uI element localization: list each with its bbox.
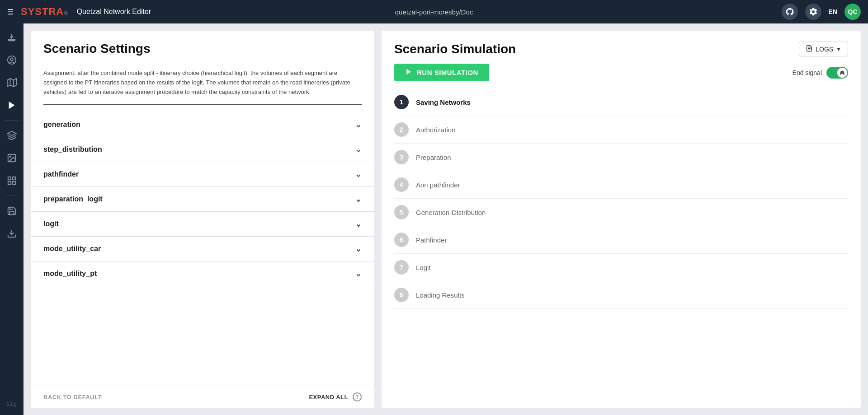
step-item-4: 4 Aon pathfinder (394, 171, 848, 199)
back-to-default-button[interactable]: BACK TO DEFAULT (43, 394, 102, 401)
scenario-simulation-panel: Scenario Simulation LOGS ▼ RUN SIMULATIO… (382, 31, 861, 408)
svg-marker-2 (7, 79, 16, 87)
sidebar-item-layers[interactable] (2, 126, 21, 145)
step-item-1: 1 Saving Networks (394, 89, 848, 116)
accordion-mode-utility-pt[interactable]: mode_utility_pt ⌄ (31, 261, 374, 286)
github-icon[interactable] (782, 4, 798, 20)
step-item-3: 3 Preparation (394, 144, 848, 171)
end-signal-control: End signal (793, 67, 848, 79)
accordion-label-step-distribution: step_distribution (43, 145, 102, 154)
sim-controls: RUN SIMULATION End signal (382, 64, 861, 89)
chevron-generation-icon: ⌄ (355, 120, 362, 130)
simulation-header: Scenario Simulation LOGS ▼ (382, 31, 861, 64)
run-simulation-button[interactable]: RUN SIMULATION (394, 64, 489, 81)
lang-selector[interactable]: EN (829, 8, 837, 15)
step-num-1: 1 (394, 95, 409, 109)
svg-marker-5 (9, 102, 14, 109)
sidebar-divider-2 (5, 196, 19, 196)
logs-document-icon (806, 45, 813, 53)
sidebar-divider-1 (5, 120, 19, 121)
step-num-8: 8 (394, 288, 409, 302)
accordion-generation[interactable]: generation ⌄ (31, 112, 374, 137)
main-layout: 6.1.g Scenario Settings Assignment: afte… (0, 23, 868, 415)
step-label-3: Preparation (416, 154, 451, 161)
chevron-preparation-logit-icon: ⌄ (355, 194, 362, 204)
accordion-logit[interactable]: logit ⌄ (31, 212, 374, 237)
step-num-4: 4 (394, 177, 409, 192)
chevron-pathfinder-icon: ⌄ (355, 169, 362, 179)
step-num-5: 5 (394, 205, 409, 219)
step-item-6: 6 Pathfinder (394, 226, 848, 254)
run-label: RUN SIMULATION (417, 69, 478, 76)
step-label-6: Pathfinder (416, 236, 447, 244)
svg-rect-10 (12, 177, 15, 180)
sidebar-item-edit[interactable] (2, 51, 21, 70)
step-label-5: Generation-Distribution (416, 209, 486, 216)
steps-list: 1 Saving Networks 2 Authorization 3 Prep… (382, 89, 861, 309)
chevron-mode-utility-pt-icon: ⌄ (355, 269, 362, 279)
accordion-preparation-logit[interactable]: preparation_logit ⌄ (31, 187, 374, 212)
logo-copy: © (64, 11, 67, 16)
step-item-2: 2 Authorization (394, 116, 848, 144)
svg-rect-9 (8, 177, 10, 180)
svg-point-8 (9, 156, 11, 157)
settings-header: Scenario Settings (31, 31, 374, 63)
topnav: ☰ SYSTRA © Quetzal Network Editor quetza… (0, 0, 868, 23)
end-signal-label: End signal (793, 69, 822, 76)
step-label-8: Loading Results (416, 291, 465, 299)
accordion-label-mode-utility-car: mode_utility_car (43, 245, 101, 253)
topnav-right: EN QC (782, 4, 861, 20)
sidebar-version: 6.1.g (6, 402, 16, 410)
logs-label: LOGS (816, 46, 833, 53)
scenario-settings-panel: Scenario Settings Assignment: after the … (31, 31, 374, 408)
logs-button[interactable]: LOGS ▼ (799, 42, 848, 56)
svg-rect-12 (12, 182, 15, 184)
step-item-7: 7 Logit (394, 254, 848, 281)
step-label-4: Aon pathfinder (416, 181, 460, 189)
svg-rect-11 (8, 182, 10, 184)
run-play-icon (405, 68, 412, 77)
step-num-2: 2 (394, 122, 409, 137)
accordion-pathfinder[interactable]: pathfinder ⌄ (31, 162, 374, 187)
accordion-label-pathfinder: pathfinder (43, 170, 79, 178)
accordion-label-generation: generation (43, 121, 80, 129)
sidebar-item-gallery[interactable] (2, 149, 21, 168)
sidebar-item-map[interactable] (2, 73, 21, 92)
app-title: Quetzal Network Editor (77, 8, 151, 16)
settings-footer: BACK TO DEFAULT EXPAND ALL ? (31, 386, 374, 408)
expand-all-button[interactable]: EXPAND ALL (309, 394, 348, 401)
settings-icon[interactable] (805, 4, 821, 20)
sidebar-item-save[interactable] (2, 201, 21, 220)
toggle-knob (837, 68, 847, 78)
simulation-title: Scenario Simulation (394, 42, 516, 56)
menu-icon[interactable]: ☰ (7, 8, 14, 16)
step-item-8: 8 Loading Results (394, 281, 848, 309)
chevron-logit-icon: ⌄ (355, 219, 362, 229)
step-num-7: 7 (394, 260, 409, 275)
accordion-step-distribution[interactable]: step_distribution ⌄ (31, 137, 374, 162)
sidebar-item-download[interactable] (2, 224, 21, 243)
sidebar-item-grid[interactable] (2, 171, 21, 190)
end-signal-toggle[interactable] (826, 67, 848, 79)
accordion-label-preparation-logit: preparation_logit (43, 195, 103, 203)
svg-marker-16 (406, 69, 410, 75)
step-item-5: 5 Generation-Distribution (394, 199, 848, 226)
chevron-step-distribution-icon: ⌄ (355, 145, 362, 154)
content-area: Scenario Settings Assignment: after the … (24, 23, 868, 415)
accordion-label-mode-utility-pt: mode_utility_pt (43, 270, 97, 278)
accordion-label-logit: logit (43, 220, 59, 228)
step-num-3: 3 (394, 150, 409, 164)
settings-scroll[interactable]: Assignment: after the combined mode spli… (31, 63, 374, 386)
sidebar-item-upload[interactable] (2, 28, 21, 47)
user-avatar[interactable]: QC (844, 4, 861, 20)
logs-chevron-icon: ▼ (836, 46, 841, 52)
help-icon[interactable]: ? (353, 392, 362, 401)
description-box: Assignment: after the combined mode spli… (31, 63, 374, 112)
steps-scroll[interactable]: 1 Saving Networks 2 Authorization 3 Prep… (382, 89, 861, 408)
chevron-mode-utility-car-icon: ⌄ (355, 244, 362, 254)
sidebar: 6.1.g (0, 23, 24, 415)
step-num-6: 6 (394, 233, 409, 247)
sidebar-item-play[interactable] (2, 96, 21, 115)
logo-text: SYSTRA (21, 6, 64, 18)
accordion-mode-utility-car[interactable]: mode_utility_car ⌄ (31, 237, 374, 261)
